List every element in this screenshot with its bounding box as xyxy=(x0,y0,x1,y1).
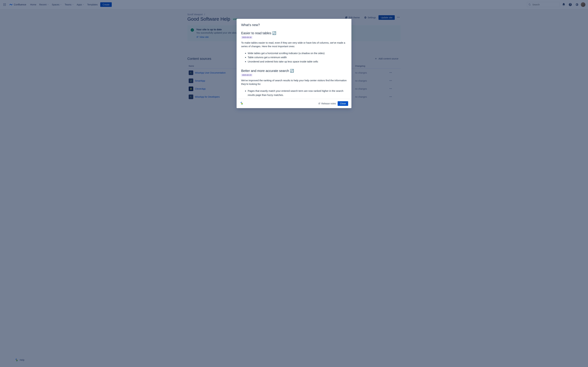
entry-title: Easier to read tables xyxy=(241,31,271,35)
external-link-icon xyxy=(318,102,320,105)
entry-bullet: Wide tables get a horizontal scrolling i… xyxy=(248,51,347,55)
refresh-emoji-icon: 🔄 xyxy=(272,31,276,35)
entry-date: 2023-02-23 xyxy=(241,74,252,76)
entry-bullet: Table columns get a minimum width xyxy=(248,55,347,59)
scroll-viewport-logo-icon xyxy=(240,101,243,106)
changelog-entry: Easier to read tables 🔄 2023-03-16 To ma… xyxy=(241,31,347,64)
entry-paragraph: We've improved the ranking of search res… xyxy=(241,79,347,86)
modal-overlay[interactable]: What's new? Easier to read tables 🔄 2023… xyxy=(0,0,588,367)
entry-bullet: Unordered and ordered lists take up less… xyxy=(248,59,347,64)
modal-heading: What's new? xyxy=(241,23,347,27)
entry-date: 2023-03-16 xyxy=(241,36,252,39)
refresh-emoji-icon: 🔄 xyxy=(290,69,294,73)
release-notes-link[interactable]: Release notes xyxy=(318,102,336,105)
entry-paragraph: To make tables easier to read, even if t… xyxy=(241,41,347,48)
changelog-entry: Better and more accurate search 🔄 2023-0… xyxy=(241,69,347,97)
entry-title: Better and more accurate search xyxy=(241,69,289,73)
entry-bullet: Pages that exactly match your entered se… xyxy=(248,89,347,97)
whats-new-modal: What's new? Easier to read tables 🔄 2023… xyxy=(237,19,351,108)
close-button[interactable]: Close xyxy=(338,101,348,106)
